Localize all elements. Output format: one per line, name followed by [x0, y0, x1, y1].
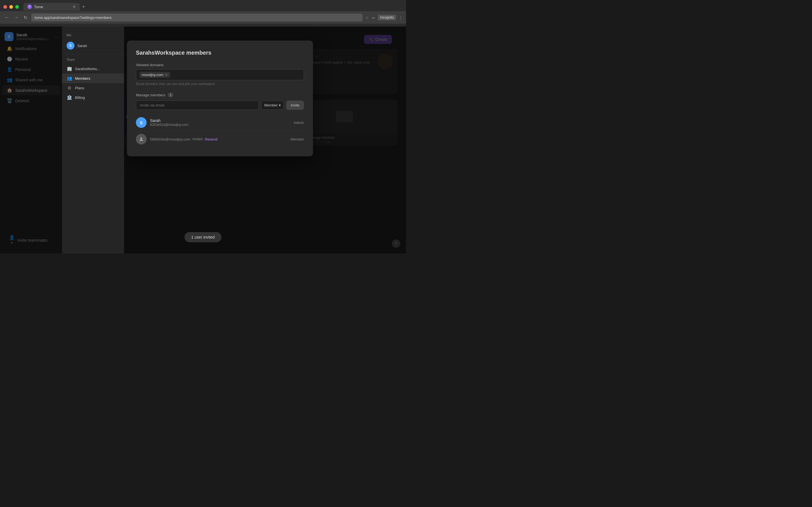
- settings-panel: Me S Sarah Team 🏢 SarahsWorks... 👥 Membe…: [62, 26, 124, 253]
- app-container: S Sarah 8263e52a@moodjoy.c... ⌄ 🔔 Notifi…: [0, 26, 406, 253]
- settings-item-label: SarahsWorks...: [75, 67, 100, 71]
- member-count-badge: 1: [168, 93, 174, 97]
- invite-button[interactable]: Invite: [286, 101, 304, 110]
- nav-right: ☆ ▭ Incognito ⋮: [365, 15, 403, 20]
- me-avatar: S: [66, 42, 74, 50]
- toast-notification: 1 user invited: [185, 232, 221, 242]
- split-view-icon[interactable]: ▭: [371, 15, 375, 20]
- settings-item-label: Plans: [75, 86, 84, 90]
- modal-title: SarahsWorkspace members: [136, 50, 304, 56]
- members-modal: SarahsWorkspace members Allowed domains …: [127, 41, 313, 156]
- chevron-down-icon: ▾: [279, 103, 281, 107]
- svg-point-0: [140, 137, 142, 139]
- invited-info: f3660c6e@moodjoy.com Invited Resend: [150, 137, 287, 142]
- member-row-sarah: S Sarah 8263e52a@moodjoy.com Admin: [136, 114, 304, 131]
- team-label: Team: [62, 57, 124, 64]
- domain-input-wrap[interactable]: moodjoy.com ✕: [136, 69, 304, 80]
- maximize-dot[interactable]: [15, 5, 19, 9]
- tab-favicon: T: [28, 4, 32, 9]
- modal-overlay[interactable]: SarahsWorkspace members Allowed domains …: [0, 26, 406, 253]
- settings-divider: [62, 54, 124, 54]
- forward-btn[interactable]: →: [13, 14, 20, 21]
- minimize-dot[interactable]: [9, 5, 13, 9]
- invited-email: f3660c6e@moodjoy.com: [150, 137, 190, 142]
- bookmark-icon[interactable]: ☆: [365, 15, 369, 20]
- plans-icon: ⊙: [66, 86, 72, 91]
- settings-item-plans[interactable]: ⊙ Plans: [62, 83, 124, 93]
- domain-tag: moodjoy.com ✕: [140, 72, 170, 78]
- tab-close-btn[interactable]: ✕: [72, 4, 76, 9]
- browser-controls: [3, 5, 19, 9]
- tab-title: Tome: [34, 5, 43, 9]
- address-bar[interactable]: [31, 13, 363, 21]
- members-icon: 👥: [66, 76, 72, 81]
- me-label: Me: [62, 32, 124, 40]
- settings-item-me[interactable]: S Sarah: [62, 40, 124, 52]
- invited-status: Invited: [193, 137, 202, 141]
- resend-button[interactable]: Resend: [205, 137, 217, 142]
- settings-item-label: Billing: [75, 96, 85, 100]
- allowed-domains-label: Allowed domains: [136, 63, 304, 67]
- incognito-btn[interactable]: Incognito: [378, 15, 396, 20]
- billing-icon: 🏦: [66, 95, 72, 100]
- browser-chrome: T Tome ✕ + ← → ↻ ☆ ▭ Incognito ⋮: [0, 0, 406, 26]
- domain-tag-close-icon[interactable]: ✕: [165, 73, 168, 77]
- sarah-role: Admin: [294, 121, 304, 125]
- active-tab[interactable]: T Tome ✕: [23, 3, 80, 11]
- settings-item-billing[interactable]: 🏦 Billing: [62, 93, 124, 102]
- settings-item-members[interactable]: 👥 Members: [62, 73, 124, 83]
- toast-message: 1 user invited: [191, 235, 214, 239]
- invite-email-input[interactable]: [136, 101, 259, 110]
- new-tab-btn[interactable]: +: [80, 3, 87, 11]
- sarah-name: Sarah: [150, 118, 290, 123]
- manage-members-row: Manage members 1: [136, 93, 304, 97]
- tab-bar: T Tome ✕ +: [0, 0, 406, 11]
- back-btn[interactable]: ←: [3, 14, 10, 21]
- invited-avatar: [136, 134, 147, 145]
- building-icon: 🏢: [66, 66, 72, 71]
- domain-tag-text: moodjoy.com: [142, 73, 163, 77]
- settings-item-workspace[interactable]: 🏢 SarahsWorks...: [62, 64, 124, 73]
- invited-role: Member: [290, 137, 304, 142]
- invite-row: Member ▾ Invite: [136, 101, 304, 110]
- menu-icon[interactable]: ⋮: [399, 15, 403, 20]
- reload-btn[interactable]: ↻: [22, 14, 29, 21]
- sarah-info: Sarah 8263e52a@moodjoy.com: [150, 118, 290, 127]
- nav-bar: ← → ↻ ☆ ▭ Incognito ⋮: [0, 11, 406, 24]
- manage-members-label: Manage members: [136, 93, 165, 97]
- sarah-avatar: S: [136, 117, 147, 128]
- sarah-email: 8263e52a@moodjoy.com: [150, 123, 290, 127]
- me-name: Sarah: [77, 44, 87, 48]
- close-dot[interactable]: [3, 5, 7, 9]
- domain-hint: Email domains that can see and join your…: [136, 82, 304, 86]
- settings-item-label: Members: [75, 76, 90, 80]
- member-row-invited: f3660c6e@moodjoy.com Invited Resend Memb…: [136, 131, 304, 147]
- role-select[interactable]: Member ▾: [261, 101, 284, 110]
